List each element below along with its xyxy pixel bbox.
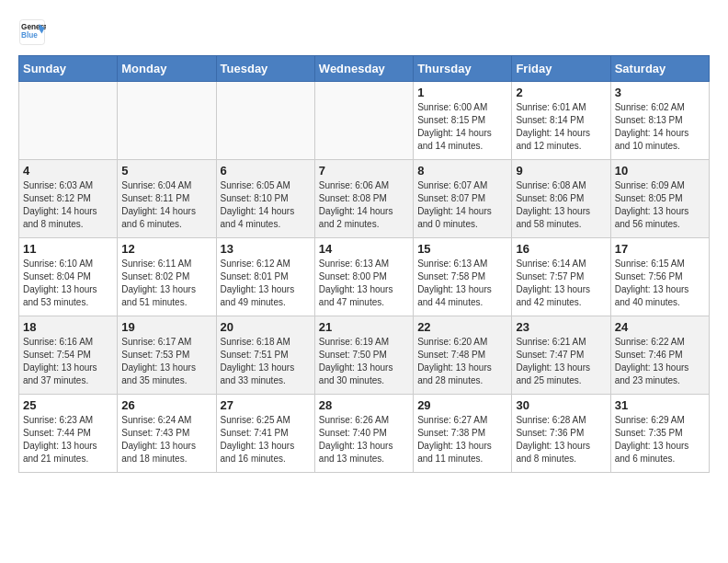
calendar-body: 1Sunrise: 6:00 AM Sunset: 8:15 PM Daylig…: [19, 82, 710, 473]
calendar-cell: 3Sunrise: 6:02 AM Sunset: 8:13 PM Daylig…: [610, 82, 709, 160]
day-number: 29: [417, 398, 507, 412]
calendar-cell: 21Sunrise: 6:19 AM Sunset: 7:50 PM Dayli…: [314, 316, 413, 395]
calendar-cell: 13Sunrise: 6:12 AM Sunset: 8:01 PM Dayli…: [216, 238, 314, 316]
calendar-cell: 17Sunrise: 6:15 AM Sunset: 7:56 PM Dayli…: [610, 238, 709, 316]
day-number: 31: [615, 398, 705, 412]
day-number: 27: [221, 398, 311, 412]
day-number: 14: [319, 242, 409, 256]
calendar-cell: 31Sunrise: 6:29 AM Sunset: 7:35 PM Dayli…: [610, 395, 709, 473]
calendar-cell: 20Sunrise: 6:18 AM Sunset: 7:51 PM Dayli…: [216, 316, 314, 395]
calendar-cell: 24Sunrise: 6:22 AM Sunset: 7:46 PM Dayli…: [610, 316, 709, 395]
calendar-week-row: 25Sunrise: 6:23 AM Sunset: 7:44 PM Dayli…: [19, 395, 710, 473]
day-number: 5: [121, 164, 211, 178]
day-number: 11: [23, 242, 113, 256]
weekday-header: Wednesday: [314, 56, 413, 82]
day-info: Sunrise: 6:08 AM Sunset: 8:06 PM Dayligh…: [516, 179, 606, 231]
weekday-header: Thursday: [414, 56, 512, 82]
calendar-cell: 14Sunrise: 6:13 AM Sunset: 8:00 PM Dayli…: [314, 238, 413, 316]
day-number: 10: [615, 164, 705, 178]
calendar-table: SundayMondayTuesdayWednesdayThursdayFrid…: [18, 55, 710, 473]
day-number: 7: [319, 164, 409, 178]
calendar-cell: 23Sunrise: 6:21 AM Sunset: 7:47 PM Dayli…: [512, 316, 610, 395]
weekday-header: Friday: [512, 56, 610, 82]
day-info: Sunrise: 6:00 AM Sunset: 8:15 PM Dayligh…: [417, 101, 507, 153]
day-number: 6: [221, 164, 311, 178]
day-number: 12: [121, 242, 211, 256]
day-info: Sunrise: 6:18 AM Sunset: 7:51 PM Dayligh…: [221, 336, 311, 387]
day-info: Sunrise: 6:04 AM Sunset: 8:11 PM Dayligh…: [121, 179, 211, 231]
day-info: Sunrise: 6:26 AM Sunset: 7:40 PM Dayligh…: [319, 414, 409, 465]
weekday-header: Monday: [118, 56, 216, 82]
weekday-header: Tuesday: [216, 56, 314, 82]
calendar-week-row: 11Sunrise: 6:10 AM Sunset: 8:04 PM Dayli…: [19, 238, 710, 316]
day-info: Sunrise: 6:20 AM Sunset: 7:48 PM Dayligh…: [417, 336, 507, 387]
day-info: Sunrise: 6:21 AM Sunset: 7:47 PM Dayligh…: [516, 336, 606, 387]
calendar-cell: 5Sunrise: 6:04 AM Sunset: 8:11 PM Daylig…: [118, 160, 216, 238]
calendar-week-row: 1Sunrise: 6:00 AM Sunset: 8:15 PM Daylig…: [19, 82, 710, 160]
calendar-cell: 26Sunrise: 6:24 AM Sunset: 7:43 PM Dayli…: [118, 395, 216, 473]
day-info: Sunrise: 6:13 AM Sunset: 8:00 PM Dayligh…: [319, 258, 409, 309]
calendar-cell: 16Sunrise: 6:14 AM Sunset: 7:57 PM Dayli…: [512, 238, 610, 316]
logo: General Blue: [18, 18, 50, 46]
calendar-cell: 2Sunrise: 6:01 AM Sunset: 8:14 PM Daylig…: [512, 82, 610, 160]
calendar-cell: 1Sunrise: 6:00 AM Sunset: 8:15 PM Daylig…: [414, 82, 512, 160]
calendar-cell: 8Sunrise: 6:07 AM Sunset: 8:07 PM Daylig…: [414, 160, 512, 238]
day-number: 15: [417, 242, 507, 256]
calendar-cell: 10Sunrise: 6:09 AM Sunset: 8:05 PM Dayli…: [610, 160, 709, 238]
day-info: Sunrise: 6:13 AM Sunset: 7:58 PM Dayligh…: [417, 258, 507, 309]
day-info: Sunrise: 6:03 AM Sunset: 8:12 PM Dayligh…: [23, 179, 113, 231]
calendar-cell: 7Sunrise: 6:06 AM Sunset: 8:08 PM Daylig…: [314, 160, 413, 238]
day-info: Sunrise: 6:15 AM Sunset: 7:56 PM Dayligh…: [615, 258, 705, 309]
weekday-header: Saturday: [610, 56, 709, 82]
day-number: 3: [615, 86, 705, 99]
day-info: Sunrise: 6:23 AM Sunset: 7:44 PM Dayligh…: [23, 414, 113, 465]
calendar-cell: 25Sunrise: 6:23 AM Sunset: 7:44 PM Dayli…: [19, 395, 118, 473]
day-info: Sunrise: 6:22 AM Sunset: 7:46 PM Dayligh…: [615, 336, 705, 387]
day-number: 2: [516, 86, 606, 99]
day-number: 9: [516, 164, 606, 178]
day-number: 25: [23, 398, 113, 412]
page-header: General Blue: [18, 18, 710, 46]
calendar-cell: 6Sunrise: 6:05 AM Sunset: 8:10 PM Daylig…: [216, 160, 314, 238]
calendar-cell: 18Sunrise: 6:16 AM Sunset: 7:54 PM Dayli…: [19, 316, 118, 395]
day-info: Sunrise: 6:28 AM Sunset: 7:36 PM Dayligh…: [516, 414, 606, 465]
day-number: 28: [319, 398, 409, 412]
day-info: Sunrise: 6:05 AM Sunset: 8:10 PM Dayligh…: [221, 179, 311, 231]
day-info: Sunrise: 6:25 AM Sunset: 7:41 PM Dayligh…: [221, 414, 311, 465]
day-info: Sunrise: 6:27 AM Sunset: 7:38 PM Dayligh…: [417, 414, 507, 465]
day-info: Sunrise: 6:14 AM Sunset: 7:57 PM Dayligh…: [516, 258, 606, 309]
calendar-week-row: 18Sunrise: 6:16 AM Sunset: 7:54 PM Dayli…: [19, 316, 710, 395]
calendar-cell: 12Sunrise: 6:11 AM Sunset: 8:02 PM Dayli…: [118, 238, 216, 316]
day-info: Sunrise: 6:07 AM Sunset: 8:07 PM Dayligh…: [417, 179, 507, 231]
day-info: Sunrise: 6:17 AM Sunset: 7:53 PM Dayligh…: [121, 336, 211, 387]
day-number: 4: [23, 164, 113, 178]
day-number: 17: [615, 242, 705, 256]
calendar-cell: 19Sunrise: 6:17 AM Sunset: 7:53 PM Dayli…: [118, 316, 216, 395]
calendar-cell: 9Sunrise: 6:08 AM Sunset: 8:06 PM Daylig…: [512, 160, 610, 238]
day-info: Sunrise: 6:29 AM Sunset: 7:35 PM Dayligh…: [615, 414, 705, 465]
day-info: Sunrise: 6:02 AM Sunset: 8:13 PM Dayligh…: [615, 101, 705, 153]
logo-icon: General Blue: [18, 18, 46, 46]
weekday-header: Sunday: [19, 56, 118, 82]
day-number: 22: [417, 320, 507, 334]
calendar-cell: 11Sunrise: 6:10 AM Sunset: 8:04 PM Dayli…: [19, 238, 118, 316]
calendar-cell: 15Sunrise: 6:13 AM Sunset: 7:58 PM Dayli…: [414, 238, 512, 316]
calendar-header-row: SundayMondayTuesdayWednesdayThursdayFrid…: [19, 56, 710, 82]
day-number: 19: [121, 320, 211, 334]
day-number: 21: [319, 320, 409, 334]
day-number: 30: [516, 398, 606, 412]
calendar-cell: [118, 82, 216, 160]
day-number: 13: [221, 242, 311, 256]
day-number: 23: [516, 320, 606, 334]
svg-text:Blue: Blue: [21, 31, 38, 40]
day-info: Sunrise: 6:12 AM Sunset: 8:01 PM Dayligh…: [221, 258, 311, 309]
day-number: 26: [121, 398, 211, 412]
day-info: Sunrise: 6:09 AM Sunset: 8:05 PM Dayligh…: [615, 179, 705, 231]
calendar-cell: [314, 82, 413, 160]
day-number: 8: [417, 164, 507, 178]
day-info: Sunrise: 6:10 AM Sunset: 8:04 PM Dayligh…: [23, 258, 113, 309]
day-info: Sunrise: 6:24 AM Sunset: 7:43 PM Dayligh…: [121, 414, 211, 465]
day-number: 24: [615, 320, 705, 334]
day-info: Sunrise: 6:16 AM Sunset: 7:54 PM Dayligh…: [23, 336, 113, 387]
day-info: Sunrise: 6:06 AM Sunset: 8:08 PM Dayligh…: [319, 179, 409, 231]
